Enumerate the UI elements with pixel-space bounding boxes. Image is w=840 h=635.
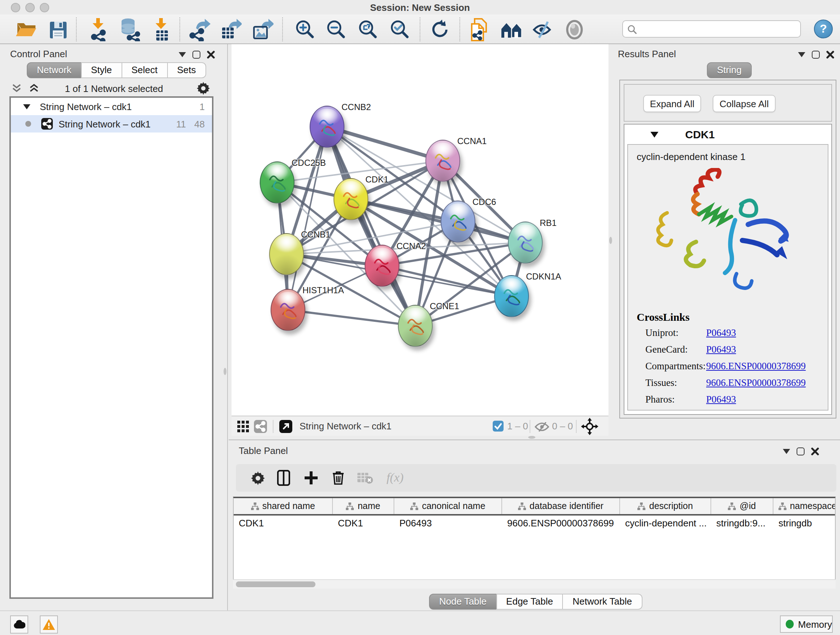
horizontal-splitter-handle[interactable]: [528, 436, 535, 439]
column-header-shared-name[interactable]: shared name: [234, 498, 333, 514]
section-collapse-icon[interactable]: [651, 132, 658, 138]
close-panel-icon[interactable]: [811, 448, 819, 455]
maximize-panel-icon[interactable]: [812, 51, 820, 59]
export-image-button[interactable]: [249, 17, 276, 43]
column-header-canonical-name[interactable]: canonical name: [394, 498, 502, 514]
cell-shared-name[interactable]: CDK1: [234, 516, 333, 532]
selected-nodes-checkbox-icon[interactable]: [493, 421, 504, 432]
hidden-items-eye-icon[interactable]: [535, 422, 549, 432]
crosslink-value-link[interactable]: P06493: [706, 327, 736, 339]
collapse-all-button[interactable]: Collapse All: [713, 95, 775, 112]
tab-network-table[interactable]: Network Table: [562, 594, 642, 610]
network-row[interactable]: String Network – cdk1 11 48: [11, 115, 212, 133]
tab-sets[interactable]: Sets: [167, 62, 206, 78]
cell-description[interactable]: cyclin-dependent ...: [620, 516, 711, 532]
question-mark-icon: ?: [820, 22, 827, 35]
tab-string[interactable]: String: [707, 62, 752, 78]
apply-layout-button[interactable]: [426, 17, 452, 43]
network-collection-row[interactable]: String Network – cdk1 1: [11, 98, 212, 115]
float-panel-icon[interactable]: [179, 52, 186, 57]
column-header-database-identifier[interactable]: database identifier: [502, 498, 620, 514]
cell-canonical-name[interactable]: P06493: [394, 516, 502, 532]
crosslink-value-link[interactable]: P06493: [706, 344, 736, 356]
column-header-description[interactable]: description: [620, 498, 711, 514]
zoom-selected-button[interactable]: [386, 17, 412, 43]
zoom-fit-button[interactable]: [355, 17, 381, 43]
delete-column-button[interactable]: [325, 464, 351, 492]
panel-splitter-handle[interactable]: [224, 368, 226, 375]
network-node-CDC6[interactable]: [441, 201, 475, 242]
import-network-from-file-button[interactable]: [85, 17, 111, 43]
column-header-namespace[interactable]: namespace: [774, 498, 836, 514]
network-node-CDC25B[interactable]: [260, 162, 294, 203]
hide-glass-effect-button[interactable]: [530, 17, 556, 43]
tab-network[interactable]: Network: [27, 62, 81, 78]
detach-view-icon[interactable]: [279, 420, 292, 433]
network-node-CCNA2[interactable]: [365, 245, 399, 287]
network-node-CCNA1[interactable]: [425, 140, 460, 182]
tab-select[interactable]: Select: [121, 62, 167, 78]
network-edge[interactable]: [288, 310, 415, 326]
tab-node-table[interactable]: Node Table: [429, 594, 497, 610]
crosslink-value-link[interactable]: P06493: [706, 394, 736, 405]
column-header-@id[interactable]: @id: [711, 498, 774, 514]
string-home-button[interactable]: [499, 17, 524, 43]
crosslink-value-link[interactable]: 9606.ENSP00000378699: [706, 377, 806, 389]
close-panel-icon[interactable]: [207, 51, 215, 59]
warnings-button[interactable]: [40, 616, 58, 633]
scrollbar-thumb[interactable]: [236, 581, 316, 587]
import-string-network-button[interactable]: [466, 17, 492, 43]
close-panel-icon[interactable]: [826, 51, 834, 59]
network-view-canvas[interactable]: CCNB2CCNA1CDC25BCDK1CDC6RB1CCNB1CCNA2CDK…: [232, 44, 608, 416]
cell-database-identifier[interactable]: 9606.ENSP00000378699: [502, 516, 620, 532]
memory-button[interactable]: Memory: [780, 616, 833, 633]
cell-namespace[interactable]: stringdb: [774, 516, 836, 532]
expand-all-button[interactable]: Expand All: [643, 95, 701, 112]
network-node-CDK1[interactable]: [333, 178, 368, 220]
tab-style[interactable]: Style: [81, 62, 122, 78]
save-session-button[interactable]: [45, 17, 71, 43]
float-panel-icon[interactable]: [798, 52, 805, 57]
search-input[interactable]: [639, 23, 796, 35]
network-node-CDKN1A[interactable]: [494, 275, 529, 317]
grid-view-icon[interactable]: [237, 421, 249, 432]
float-panel-icon[interactable]: [783, 449, 790, 454]
network-edge[interactable]: [327, 127, 415, 326]
network-node-CCNB2[interactable]: [309, 106, 344, 148]
cell-@id[interactable]: stringdb:9...: [711, 516, 774, 532]
create-column-button[interactable]: [298, 464, 324, 492]
table-options-button[interactable]: [245, 464, 271, 492]
network-node-HIST1H1A[interactable]: [271, 289, 305, 331]
search-icon: [627, 24, 637, 34]
import-network-from-database-button[interactable]: [117, 17, 142, 43]
network-edge[interactable]: [351, 199, 525, 242]
export-table-button[interactable]: [218, 17, 244, 43]
table-row[interactable]: CDK1CDK1P064939606.ENSP00000378699cyclin…: [234, 516, 835, 532]
node-structure-art: [334, 179, 369, 221]
tab-edge-table[interactable]: Edge Table: [496, 594, 563, 610]
node-table[interactable]: shared namenamecanonical namedatabase id…: [233, 497, 836, 589]
network-node-RB1[interactable]: [508, 222, 543, 264]
tree-expander-icon[interactable]: [23, 104, 30, 109]
cloud-status-button[interactable]: [10, 616, 28, 633]
show-graphics-details-button[interactable]: [561, 17, 587, 43]
crosslink-value-link[interactable]: 9606.ENSP00000378699: [706, 361, 806, 372]
zoom-out-button[interactable]: [323, 17, 349, 43]
network-node-CCNB1[interactable]: [269, 233, 304, 275]
maximize-panel-icon[interactable]: [193, 51, 201, 59]
panel-splitter-handle[interactable]: [609, 237, 612, 244]
network-node-CCNE1[interactable]: [398, 305, 433, 347]
string-results-container: Expand All Collapse All CDK1 cyclin-depe…: [619, 80, 836, 418]
import-table-from-file-button[interactable]: [149, 17, 175, 43]
cell-name[interactable]: CDK1: [333, 516, 394, 532]
open-session-button[interactable]: [13, 17, 39, 43]
help-button[interactable]: ?: [814, 19, 833, 38]
show-columns-button[interactable]: [271, 464, 297, 492]
horizontal-scrollbar[interactable]: [233, 579, 836, 589]
maximize-panel-icon[interactable]: [797, 448, 805, 455]
column-header-name[interactable]: name: [333, 498, 394, 514]
export-network-button[interactable]: [187, 17, 213, 43]
birdseye-navigator-icon[interactable]: [581, 418, 598, 435]
zoom-in-button[interactable]: [292, 17, 317, 43]
network-options-gear-icon[interactable]: [197, 82, 210, 95]
